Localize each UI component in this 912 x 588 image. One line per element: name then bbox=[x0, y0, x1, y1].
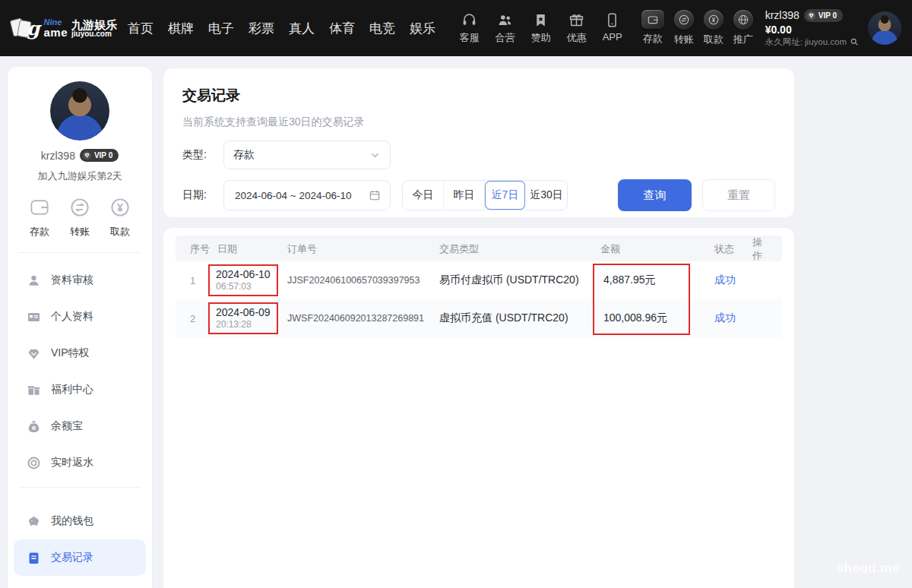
quick-range-group: 今日 昨日 近7日 近30日 bbox=[402, 180, 568, 210]
piggy-bank-icon bbox=[27, 514, 41, 529]
row-order-no: JWSF202406092013287269891 bbox=[287, 313, 439, 324]
wallet-outline-icon bbox=[28, 196, 51, 219]
sidebar-item-yuebao[interactable]: 余额宝 bbox=[14, 408, 146, 444]
range-yesterday-button[interactable]: 昨日 bbox=[444, 181, 485, 210]
type-select[interactable]: 存款 bbox=[223, 141, 391, 169]
nav-item-home[interactable]: 首页 bbox=[128, 20, 154, 37]
sidebar-item-profile-review[interactable]: 资料审核 bbox=[14, 262, 146, 299]
page: g Nine ame 九游娱乐 jiuyou.com 首页 棋牌 电子 彩票 真… bbox=[0, 0, 912, 588]
transfer-coin-icon bbox=[674, 10, 694, 30]
notebook-icon bbox=[27, 551, 41, 565]
row-order-no: JJSF202406100657039397953 bbox=[287, 275, 439, 286]
date-range-input[interactable]: 2024-06-04 ~ 2024-06-10 bbox=[223, 180, 391, 210]
bookmark-star-icon bbox=[533, 12, 549, 28]
top-header: g Nine ame 九游娱乐 jiuyou.com 首页 棋牌 电子 彩票 真… bbox=[0, 0, 912, 56]
records-table-card: 序号 日期 订单号 交易类型 金额 状态 操作 1 2024-06-10 06:… bbox=[163, 228, 794, 588]
nav-item-chess[interactable]: 棋牌 bbox=[168, 20, 194, 37]
quick-deposit-button[interactable]: 存款 bbox=[23, 196, 56, 239]
watermark: shequ.me bbox=[837, 561, 900, 576]
sidebar-item-vip-privilege[interactable]: VIP特权 bbox=[14, 335, 146, 371]
header-user-block: krzl398 VIP 0 ¥0.00 永久网址: jiuyou.com bbox=[765, 8, 859, 47]
sidebar-item-realtime-rebate[interactable]: 实时返水 bbox=[14, 444, 146, 481]
row-tx-type: 虚拟币充值 (USDT/TRC20) bbox=[439, 311, 600, 325]
table-row: 2 2024-06-09 20:13:28 JWSF20240609201328… bbox=[176, 299, 782, 337]
withdraw-coin-icon bbox=[704, 10, 724, 30]
header-wallet-links: 存款 转账 取款 推广 bbox=[641, 10, 753, 46]
withdraw-link[interactable]: 取款 bbox=[704, 10, 724, 46]
nav-item-slots[interactable]: 电子 bbox=[208, 20, 234, 37]
sidebar-menu-wallet: 我的钱包 交易记录 投注记录 bbox=[8, 488, 152, 588]
id-card-icon bbox=[27, 310, 41, 324]
nav-item-live[interactable]: 真人 bbox=[289, 20, 315, 37]
range-today-button[interactable]: 今日 bbox=[403, 181, 444, 210]
date-range-value: 2024-06-04 ~ 2024-06-10 bbox=[235, 190, 352, 201]
headset-icon bbox=[461, 12, 477, 28]
row-date-cell: 2024-06-09 20:13:28 bbox=[217, 302, 287, 334]
brand-logo[interactable]: g Nine ame 九游娱乐 jiuyou.com bbox=[11, 16, 117, 40]
date-label: 日期: bbox=[182, 188, 214, 202]
transfer-link[interactable]: 转账 bbox=[674, 10, 694, 46]
header-quick-links: 客服 合营 赞助 优惠 APP bbox=[458, 12, 625, 45]
brand-name-bottom: ame bbox=[43, 27, 68, 38]
deposit-link[interactable]: 存款 bbox=[641, 10, 664, 46]
permanent-url: 永久网址: jiuyou.com bbox=[765, 36, 859, 48]
wallet-icon bbox=[641, 10, 664, 29]
sidebar-avatar[interactable] bbox=[50, 81, 109, 141]
user-icon bbox=[27, 273, 41, 288]
highlight-box-date-1: 2024-06-10 06:57:03 bbox=[208, 264, 278, 296]
table-body: 1 2024-06-10 06:57:03 JJSF20240610065703… bbox=[176, 261, 782, 337]
sidebar-item-bet-records[interactable]: 投注记录 bbox=[14, 576, 146, 588]
sidebar-vip-badge: VIP 0 bbox=[80, 149, 119, 162]
brand-monogram: g bbox=[27, 17, 40, 40]
spread-link[interactable]: 推广 bbox=[733, 10, 753, 46]
sidebar-item-welfare-center[interactable]: 福利中心 bbox=[14, 371, 146, 408]
promo-link[interactable]: 优惠 bbox=[565, 12, 589, 45]
range-30days-button[interactable]: 近30日 bbox=[526, 181, 567, 210]
rings-coin-icon bbox=[27, 456, 41, 470]
highlight-box-date-2: 2024-06-09 20:13:28 bbox=[208, 302, 278, 334]
brand-domain: jiuyou.com bbox=[71, 30, 117, 38]
app-link[interactable]: APP bbox=[600, 12, 625, 45]
vip-diamond-icon bbox=[806, 11, 816, 21]
yen-circle-icon bbox=[109, 196, 131, 219]
join-days-text: 加入九游娱乐第2天 bbox=[8, 169, 152, 183]
range-7days-button[interactable]: 近7日 bbox=[485, 181, 526, 210]
globe-coin-icon bbox=[733, 10, 753, 30]
page-title: 交易记录 bbox=[182, 86, 775, 106]
chevron-down-icon bbox=[369, 150, 381, 161]
vip-shield-icon bbox=[27, 346, 41, 361]
user-avatar[interactable] bbox=[868, 11, 901, 45]
sidebar-item-transaction-records[interactable]: 交易记录 bbox=[14, 539, 146, 576]
main-nav: 首页 棋牌 电子 彩票 真人 体育 电竞 娱乐 bbox=[128, 20, 435, 37]
people-icon bbox=[497, 12, 513, 28]
reset-button[interactable]: 重置 bbox=[702, 179, 775, 211]
money-bag-icon bbox=[27, 419, 41, 434]
partner-link[interactable]: 合营 bbox=[493, 12, 518, 45]
sidebar-item-personal-info[interactable]: 个人资料 bbox=[14, 299, 146, 335]
query-button[interactable]: 查询 bbox=[618, 179, 692, 211]
username: krzl398 bbox=[765, 8, 800, 22]
nav-item-lottery[interactable]: 彩票 bbox=[249, 20, 274, 37]
type-select-value: 存款 bbox=[233, 148, 255, 162]
row-amount: 100,008.96元 bbox=[600, 311, 714, 325]
sponsor-link[interactable]: 赞助 bbox=[529, 12, 553, 45]
brand-cn-name: 九游娱乐 bbox=[71, 19, 117, 30]
search-icon[interactable] bbox=[850, 37, 859, 46]
service-link[interactable]: 客服 bbox=[458, 12, 482, 45]
nav-item-sports[interactable]: 体育 bbox=[329, 20, 355, 37]
quick-withdraw-button[interactable]: 取款 bbox=[103, 196, 137, 239]
vip-badge: VIP 0 bbox=[804, 9, 843, 22]
gift-icon bbox=[568, 12, 584, 28]
nav-item-entertainment[interactable]: 娱乐 bbox=[410, 20, 435, 37]
row-amount: 4,887.95元 bbox=[600, 273, 714, 287]
quick-transfer-button[interactable]: 转账 bbox=[63, 196, 97, 239]
row-status: 成功 bbox=[714, 311, 752, 325]
balance: ¥0.00 bbox=[765, 23, 859, 36]
sidebar-item-my-wallet[interactable]: 我的钱包 bbox=[14, 503, 146, 539]
sidebar-quick-actions: 存款 转账 取款 bbox=[18, 196, 141, 253]
nav-item-esports[interactable]: 电竞 bbox=[369, 20, 395, 37]
calendar-icon[interactable] bbox=[369, 189, 381, 201]
row-status: 成功 bbox=[714, 273, 752, 287]
row-date-cell: 2024-06-10 06:57:03 bbox=[217, 264, 287, 296]
sidebar: krzl398 VIP 0 加入九游娱乐第2天 存款 转账 取款 bbox=[8, 67, 152, 588]
